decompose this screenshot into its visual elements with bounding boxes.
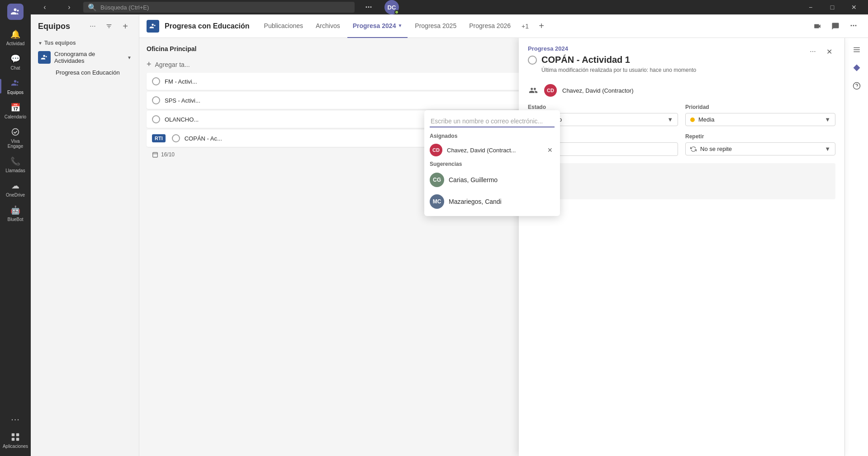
estado-label: Estado xyxy=(528,104,678,110)
sidebar-item-actividad[interactable]: 🔔 Actividad xyxy=(0,25,31,50)
suggest-name-carias: Carias, Guillermo xyxy=(449,176,498,183)
tab-publicaciones[interactable]: Publicaciones xyxy=(259,14,308,38)
add-tab-button[interactable]: + xyxy=(534,19,549,33)
channel-more-button[interactable]: ··· xyxy=(846,19,861,33)
teams-section-label: ▼ Tus equipos xyxy=(31,38,139,48)
tdp-assignee-row: CD Chavez, David (Contractor) xyxy=(528,84,835,97)
teams-panel-title: Equipos xyxy=(38,22,83,31)
sidebar-item-bluebot[interactable]: 🤖 BlueBot xyxy=(0,201,31,226)
task-badge-rti: RTI xyxy=(152,134,166,142)
tdp-more-button[interactable]: ··· xyxy=(806,45,819,58)
chevron-down-icon: ▼ xyxy=(667,116,673,123)
bluebot-icon: 🤖 xyxy=(10,205,21,216)
calendar-icon: 📅 xyxy=(10,102,21,113)
repetir-label: Repetir xyxy=(685,133,835,140)
chevron-down-icon: ▼ xyxy=(825,116,830,123)
minimize-button[interactable]: − xyxy=(800,0,821,14)
tdp-close-button[interactable]: ✕ xyxy=(823,45,835,58)
svg-rect-1 xyxy=(12,433,14,436)
chevron-down-icon: ▼ xyxy=(825,146,830,152)
tab-archivos[interactable]: Archivos xyxy=(310,14,346,38)
sub-item-progresa[interactable]: Progresa con Educación xyxy=(31,67,139,78)
tab-progresa2024[interactable]: Progresa 2024 ▼ xyxy=(347,14,408,38)
channel-content: Oficina Principal + Agregar ta... FM - A… xyxy=(139,38,868,456)
tdp-header: Progresa 2024 COPÁN - Actividad 1 Última… xyxy=(519,38,844,84)
sidebar-item-chat[interactable]: 💬 Chat xyxy=(0,50,31,74)
sidebar-item-calendario[interactable]: 📅 Calendario xyxy=(0,99,31,123)
svg-rect-18 xyxy=(854,52,860,52)
user-avatar[interactable]: DC xyxy=(384,0,399,14)
tdp-subtitle: Última modificación realizada por tu usu… xyxy=(528,67,803,73)
forward-button[interactable]: › xyxy=(59,0,80,14)
task-circle-olancho xyxy=(152,115,160,123)
close-button[interactable]: ✕ xyxy=(844,0,864,14)
sidebar-item-actividad-label: Actividad xyxy=(6,41,25,46)
chevron-down-icon: ▼ xyxy=(398,23,402,28)
meet-button[interactable] xyxy=(810,19,825,33)
tdp-gray-area xyxy=(528,163,835,199)
task-circle-copan xyxy=(172,134,180,142)
sidebar-item-viva-label: Viva Engage xyxy=(3,139,28,149)
chat-button[interactable] xyxy=(828,19,843,33)
teams-more-button[interactable]: ··· xyxy=(86,20,99,33)
help-button[interactable] xyxy=(849,78,865,94)
svg-rect-4 xyxy=(16,438,19,441)
assign-icon xyxy=(528,85,539,96)
sidebar-item-aplicaciones[interactable]: Aplicaciones xyxy=(0,428,31,452)
sidebar-item-equipos-label: Equipos xyxy=(7,90,24,95)
tdp-title-section: Progresa 2024 COPÁN - Actividad 1 Última… xyxy=(528,45,803,80)
team-item-cronograma[interactable]: Cronograma de Actividades ▼ xyxy=(31,48,139,67)
field-prioridad: Prioridad Media ▼ xyxy=(685,104,835,126)
tab-more[interactable]: +1 xyxy=(518,14,532,38)
suggest-item-mazariegos[interactable]: MC Mazariegos, Candi xyxy=(424,191,560,212)
onedrive-icon: ☁ xyxy=(10,180,21,191)
search-icon: 🔍 xyxy=(88,3,97,12)
assign-search-input[interactable] xyxy=(430,116,555,127)
search-input[interactable] xyxy=(100,4,350,11)
teams-add-button[interactable]: + xyxy=(119,20,132,33)
task-date-label: 16/10 xyxy=(161,151,175,158)
search-bar: 🔍 xyxy=(83,2,355,13)
tdp-category: Progresa 2024 xyxy=(528,45,803,52)
suggest-item-carias[interactable]: CG Carias, Guillermo xyxy=(424,169,560,191)
diamond-button[interactable] xyxy=(849,60,865,76)
back-button[interactable]: ‹ xyxy=(34,0,55,14)
sidebar-item-viva[interactable]: Viva Engage xyxy=(0,123,31,152)
titlebar-more-button[interactable]: ··· xyxy=(358,0,379,14)
activity-icon: 🔔 xyxy=(10,29,21,40)
repetir-dropdown[interactable]: No se repite ▼ xyxy=(685,142,835,155)
maximize-button[interactable]: □ xyxy=(822,0,843,14)
right-panel: Progresa con Educación Publicaciones Arc… xyxy=(139,14,868,456)
teams-filter-button[interactable] xyxy=(103,20,115,33)
sidebar-item-equipos[interactable]: Equipos xyxy=(0,74,31,99)
task-detail-panel: Progresa 2024 COPÁN - Actividad 1 Última… xyxy=(519,38,844,456)
tdp-title-row: COPÁN - Actividad 1 xyxy=(528,55,803,65)
right-toolbar xyxy=(844,38,868,456)
main-area: ‹ › 🔍 ··· DC − □ ✕ Equipos ··· xyxy=(31,0,868,456)
sidebar-item-onedrive[interactable]: ☁ OneDrive xyxy=(0,177,31,201)
assigned-avatar-cd: CD xyxy=(430,144,442,156)
tab-progresa2026[interactable]: Progresa 2026 xyxy=(464,14,516,38)
assign-dropdown: Asignados CD Chavez, David (Contract... … xyxy=(424,110,560,216)
suggest-name-mazariegos: Mazariegos, Candi xyxy=(449,198,502,205)
assignee-avatar: CD xyxy=(544,84,557,97)
list-view-button[interactable] xyxy=(849,42,865,58)
svg-rect-16 xyxy=(854,47,860,48)
sidebar-item-more[interactable]: ··· xyxy=(0,410,31,428)
suggest-avatar-carias: CG xyxy=(430,173,444,187)
svg-rect-3 xyxy=(12,438,14,441)
tdp-fields-grid: Estado No iniciado ▼ Prioridad xyxy=(528,104,835,156)
chevron-down-icon: ▼ xyxy=(127,55,132,60)
sidebar-item-llamadas[interactable]: 📞 Llamadas xyxy=(0,152,31,177)
search-input-wrap: 🔍 xyxy=(83,2,355,13)
channel-title: Progresa con Educación xyxy=(165,22,250,30)
sidebar-item-bluebot-label: BlueBot xyxy=(7,217,23,222)
plus-icon: + xyxy=(147,60,152,69)
remove-assignee-button[interactable]: ✕ xyxy=(545,146,555,155)
sidebar-item-llamadas-label: Llamadas xyxy=(5,168,25,173)
prioridad-dropdown[interactable]: Media ▼ xyxy=(685,113,835,126)
priority-dot xyxy=(690,118,695,122)
chat-icon: 💬 xyxy=(10,53,21,64)
tab-progresa2025[interactable]: Progresa 2025 xyxy=(409,14,462,38)
svg-rect-10 xyxy=(153,152,158,157)
